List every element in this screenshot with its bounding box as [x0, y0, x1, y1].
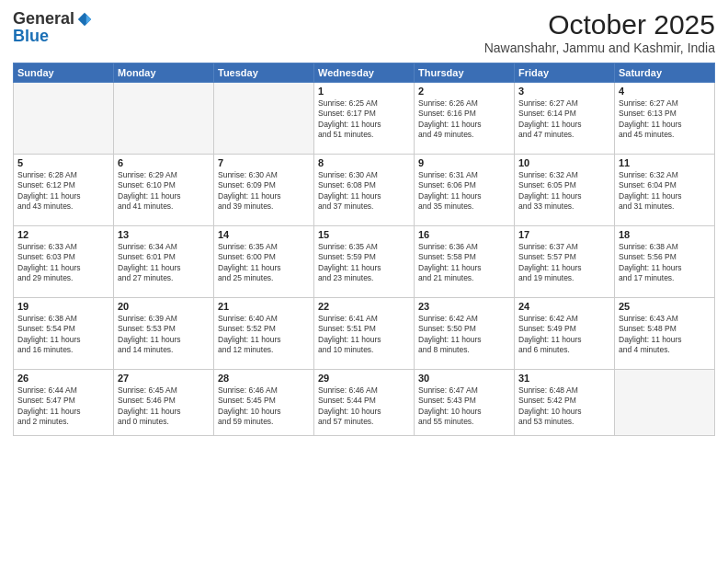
- calendar-cell: 29Sunrise: 6:46 AM Sunset: 5:44 PM Dayli…: [314, 370, 415, 436]
- weekday-header-thursday: Thursday: [415, 63, 515, 83]
- day-number: 26: [17, 373, 109, 384]
- calendar-cell: [114, 83, 214, 155]
- weekday-header-monday: Monday: [114, 63, 214, 83]
- logo-general: General: [13, 9, 74, 29]
- cell-info: Sunrise: 6:29 AM Sunset: 6:10 PM Dayligh…: [118, 170, 210, 213]
- calendar-cell: 14Sunrise: 6:35 AM Sunset: 6:00 PM Dayli…: [214, 226, 314, 298]
- calendar-cell: [14, 83, 114, 155]
- page-header: General Blue October 2025 Nawanshahr, Ja…: [13, 9, 715, 55]
- calendar-cell: 27Sunrise: 6:45 AM Sunset: 5:46 PM Dayli…: [114, 370, 214, 436]
- day-number: 13: [118, 229, 210, 240]
- cell-info: Sunrise: 6:32 AM Sunset: 6:05 PM Dayligh…: [518, 170, 610, 213]
- day-number: 24: [518, 301, 610, 312]
- day-number: 1: [318, 86, 410, 97]
- calendar-cell: 24Sunrise: 6:42 AM Sunset: 5:49 PM Dayli…: [515, 298, 615, 370]
- calendar-cell: 3Sunrise: 6:27 AM Sunset: 6:14 PM Daylig…: [515, 83, 615, 155]
- calendar-cell: 26Sunrise: 6:44 AM Sunset: 5:47 PM Dayli…: [14, 370, 114, 436]
- cell-info: Sunrise: 6:36 AM Sunset: 5:58 PM Dayligh…: [418, 242, 510, 284]
- calendar-cell: 8Sunrise: 6:30 AM Sunset: 6:08 PM Daylig…: [314, 155, 415, 226]
- day-number: 30: [418, 373, 510, 384]
- calendar-week-3: 12Sunrise: 6:33 AM Sunset: 6:03 PM Dayli…: [14, 226, 715, 298]
- calendar-week-4: 19Sunrise: 6:38 AM Sunset: 5:54 PM Dayli…: [14, 298, 715, 370]
- day-number: 29: [318, 373, 410, 384]
- day-number: 3: [518, 86, 610, 97]
- cell-info: Sunrise: 6:40 AM Sunset: 5:52 PM Dayligh…: [218, 314, 310, 356]
- cell-info: Sunrise: 6:34 AM Sunset: 6:01 PM Dayligh…: [118, 242, 210, 284]
- day-number: 18: [619, 229, 711, 240]
- day-number: 4: [619, 86, 711, 97]
- cell-info: Sunrise: 6:38 AM Sunset: 5:56 PM Dayligh…: [619, 242, 711, 284]
- calendar-cell: 19Sunrise: 6:38 AM Sunset: 5:54 PM Dayli…: [14, 298, 114, 370]
- weekday-header-friday: Friday: [515, 63, 615, 83]
- calendar-cell: 11Sunrise: 6:32 AM Sunset: 6:04 PM Dayli…: [615, 155, 715, 226]
- calendar-week-1: 1Sunrise: 6:25 AM Sunset: 6:17 PM Daylig…: [14, 83, 715, 155]
- logo-blue: Blue: [13, 27, 49, 45]
- logo-icon: [76, 11, 93, 28]
- weekday-header-tuesday: Tuesday: [214, 63, 314, 83]
- cell-info: Sunrise: 6:31 AM Sunset: 6:06 PM Dayligh…: [418, 170, 510, 213]
- calendar-cell: 7Sunrise: 6:30 AM Sunset: 6:09 PM Daylig…: [214, 155, 314, 226]
- day-number: 19: [17, 301, 109, 312]
- day-number: 22: [318, 301, 410, 312]
- cell-info: Sunrise: 6:27 AM Sunset: 6:14 PM Dayligh…: [518, 98, 610, 141]
- weekday-header-saturday: Saturday: [615, 63, 715, 83]
- cell-info: Sunrise: 6:30 AM Sunset: 6:09 PM Dayligh…: [218, 170, 310, 213]
- calendar-cell: 6Sunrise: 6:29 AM Sunset: 6:10 PM Daylig…: [114, 155, 214, 226]
- calendar-table: SundayMondayTuesdayWednesdayThursdayFrid…: [13, 63, 715, 436]
- day-number: 20: [118, 301, 210, 312]
- day-number: 6: [118, 157, 210, 168]
- cell-info: Sunrise: 6:44 AM Sunset: 5:47 PM Dayligh…: [17, 385, 109, 428]
- cell-info: Sunrise: 6:47 AM Sunset: 5:43 PM Dayligh…: [418, 385, 510, 428]
- month-title: October 2025: [484, 9, 715, 40]
- cell-info: Sunrise: 6:37 AM Sunset: 5:57 PM Dayligh…: [518, 242, 610, 284]
- calendar-cell: 21Sunrise: 6:40 AM Sunset: 5:52 PM Dayli…: [214, 298, 314, 370]
- cell-info: Sunrise: 6:39 AM Sunset: 5:53 PM Dayligh…: [118, 314, 210, 356]
- day-number: 11: [619, 157, 711, 168]
- location-title: Nawanshahr, Jammu and Kashmir, India: [484, 40, 715, 55]
- calendar-cell: [214, 83, 314, 155]
- calendar-cell: 13Sunrise: 6:34 AM Sunset: 6:01 PM Dayli…: [114, 226, 214, 298]
- calendar-cell: 25Sunrise: 6:43 AM Sunset: 5:48 PM Dayli…: [615, 298, 715, 370]
- calendar-cell: 4Sunrise: 6:27 AM Sunset: 6:13 PM Daylig…: [615, 83, 715, 155]
- calendar-cell: 18Sunrise: 6:38 AM Sunset: 5:56 PM Dayli…: [615, 226, 715, 298]
- calendar-cell: 30Sunrise: 6:47 AM Sunset: 5:43 PM Dayli…: [415, 370, 515, 436]
- cell-info: Sunrise: 6:35 AM Sunset: 6:00 PM Dayligh…: [218, 242, 310, 284]
- cell-info: Sunrise: 6:38 AM Sunset: 5:54 PM Dayligh…: [17, 314, 109, 356]
- calendar-cell: 23Sunrise: 6:42 AM Sunset: 5:50 PM Dayli…: [415, 298, 515, 370]
- day-number: 17: [518, 229, 610, 240]
- day-number: 12: [17, 229, 109, 240]
- svg-marker-1: [86, 14, 91, 24]
- cell-info: Sunrise: 6:30 AM Sunset: 6:08 PM Dayligh…: [318, 170, 410, 213]
- calendar-header-row: SundayMondayTuesdayWednesdayThursdayFrid…: [14, 63, 715, 83]
- calendar-cell: 10Sunrise: 6:32 AM Sunset: 6:05 PM Dayli…: [515, 155, 615, 226]
- cell-info: Sunrise: 6:35 AM Sunset: 5:59 PM Dayligh…: [318, 242, 410, 284]
- cell-info: Sunrise: 6:48 AM Sunset: 5:42 PM Dayligh…: [518, 385, 610, 428]
- day-number: 23: [418, 301, 510, 312]
- calendar-cell: 28Sunrise: 6:46 AM Sunset: 5:45 PM Dayli…: [214, 370, 314, 436]
- day-number: 31: [518, 373, 610, 384]
- cell-info: Sunrise: 6:32 AM Sunset: 6:04 PM Dayligh…: [619, 170, 711, 213]
- cell-info: Sunrise: 6:46 AM Sunset: 5:44 PM Dayligh…: [318, 385, 410, 428]
- calendar-cell: [615, 370, 715, 436]
- day-number: 9: [418, 157, 510, 168]
- day-number: 25: [619, 301, 711, 312]
- day-number: 14: [218, 229, 310, 240]
- cell-info: Sunrise: 6:33 AM Sunset: 6:03 PM Dayligh…: [17, 242, 109, 284]
- calendar-cell: 15Sunrise: 6:35 AM Sunset: 5:59 PM Dayli…: [314, 226, 415, 298]
- calendar-week-2: 5Sunrise: 6:28 AM Sunset: 6:12 PM Daylig…: [14, 155, 715, 226]
- cell-info: Sunrise: 6:25 AM Sunset: 6:17 PM Dayligh…: [318, 98, 410, 141]
- calendar-cell: 5Sunrise: 6:28 AM Sunset: 6:12 PM Daylig…: [14, 155, 114, 226]
- cell-info: Sunrise: 6:42 AM Sunset: 5:49 PM Dayligh…: [518, 314, 610, 356]
- day-number: 7: [218, 157, 310, 168]
- day-number: 16: [418, 229, 510, 240]
- cell-info: Sunrise: 6:26 AM Sunset: 6:16 PM Dayligh…: [418, 98, 510, 141]
- day-number: 5: [17, 157, 109, 168]
- day-number: 2: [418, 86, 510, 97]
- cell-info: Sunrise: 6:27 AM Sunset: 6:13 PM Dayligh…: [619, 98, 711, 141]
- cell-info: Sunrise: 6:43 AM Sunset: 5:48 PM Dayligh…: [619, 314, 711, 356]
- calendar-cell: 31Sunrise: 6:48 AM Sunset: 5:42 PM Dayli…: [515, 370, 615, 436]
- day-number: 8: [318, 157, 410, 168]
- calendar-week-5: 26Sunrise: 6:44 AM Sunset: 5:47 PM Dayli…: [14, 370, 715, 436]
- calendar-cell: 1Sunrise: 6:25 AM Sunset: 6:17 PM Daylig…: [314, 83, 415, 155]
- calendar-cell: 17Sunrise: 6:37 AM Sunset: 5:57 PM Dayli…: [515, 226, 615, 298]
